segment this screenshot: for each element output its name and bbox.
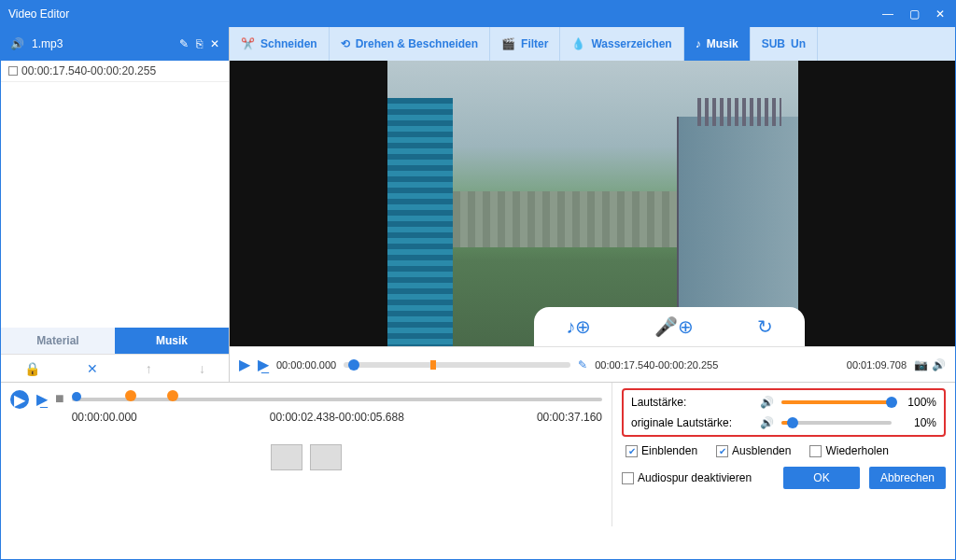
repeat-checkbox[interactable]: Wiederholen — [809, 444, 888, 457]
volume-value: 100% — [899, 396, 936, 409]
timeline-play-icon[interactable]: ▶ — [10, 390, 29, 409]
add-voice-icon[interactable]: 🎤⊕ — [654, 315, 694, 338]
remove-icon[interactable]: ✕ — [210, 37, 219, 50]
volume-slider[interactable] — [781, 400, 892, 404]
cancel-button[interactable]: Abbrechen — [869, 467, 946, 489]
scissors-icon: ✂️ — [241, 37, 255, 50]
camera-icon[interactable]: 📷 — [914, 358, 928, 371]
orig-volume-label: originale Lautstärke: — [631, 416, 752, 429]
sidebar: 🔊 1.mp3 ✎ ⎘ ✕ 00:00:17.540-00:00:20.255 … — [1, 27, 230, 382]
subtitle-icon: SUB — [762, 37, 785, 50]
tab-musik[interactable]: Musik — [115, 328, 229, 354]
delete-icon[interactable]: ✕ — [87, 361, 98, 376]
copy-icon[interactable]: ⎘ — [196, 37, 203, 50]
clip-item[interactable]: 00:00:17.540-00:00:20.255 — [1, 61, 229, 82]
file-name: 1.mp3 — [32, 37, 172, 50]
speaker-icon-3[interactable]: 🔊 — [760, 416, 774, 429]
lock-icon[interactable]: 🔒 — [24, 361, 40, 376]
file-header: 🔊 1.mp3 ✎ ⎘ ✕ — [1, 27, 229, 61]
clip-range: 00:00:17.540-00:00:20.255 — [21, 64, 156, 77]
time-end: 00:01:09.708 — [847, 359, 907, 371]
timeline-t1: 00:00:02.438-00:00:05.688 — [270, 411, 404, 424]
tab-material[interactable]: Material — [1, 328, 115, 354]
volume-icon[interactable]: 🔊 — [932, 358, 946, 371]
fadein-checkbox[interactable]: ✔Einblenden — [626, 444, 697, 457]
fadeout-checkbox[interactable]: ✔Ausblenden — [716, 444, 791, 457]
maximize-icon[interactable]: ▢ — [907, 7, 921, 21]
play-export-icon[interactable]: ▶̲ — [258, 356, 269, 373]
preview-scrubber[interactable] — [344, 362, 570, 368]
preview-trackbar: ▶ ▶̲ 00:00:00.000 ✎ 00:00:17.540-00:00:2… — [230, 346, 955, 382]
video-preview: ♪⊕ 🎤⊕ ↻ — [230, 61, 955, 346]
tool-filter[interactable]: 🎬Filter — [490, 27, 560, 61]
volume-label: Lautstärke: — [631, 396, 752, 409]
timeline-export-icon[interactable]: ▶̲ — [36, 390, 48, 408]
timeline-t2: 00:00:37.160 — [537, 411, 602, 424]
volume-panel: Lautstärke: 🔊 100% originale Lautstärke:… — [622, 388, 946, 437]
pencil-icon: ✎ — [578, 358, 587, 371]
up-icon[interactable]: ↑ — [146, 361, 152, 376]
sidebar-tabs: Material Musik — [1, 328, 229, 354]
timeline-t0: 00:00:00.000 — [72, 411, 137, 424]
speaker-icon-2[interactable]: 🔊 — [760, 396, 774, 409]
refresh-icon[interactable]: ↻ — [757, 315, 773, 338]
orig-volume-value: 10% — [899, 416, 936, 429]
time-selection: 00:00:17.540-00:00:20.255 — [595, 359, 718, 371]
clip-thumb-icon — [8, 66, 18, 76]
slot-1[interactable] — [271, 444, 302, 470]
app-title: Video Editor — [8, 7, 69, 21]
tool-rotate[interactable]: ⟲Drehen & Beschneiden — [330, 27, 490, 61]
close-icon[interactable]: ✕ — [933, 7, 948, 21]
play-icon[interactable]: ▶ — [239, 356, 250, 373]
minimize-icon[interactable]: — — [880, 7, 895, 21]
video-frame — [387, 61, 798, 346]
down-icon[interactable]: ↓ — [199, 361, 205, 376]
speaker-icon: 🔊 — [10, 37, 24, 50]
filter-icon: 🎬 — [501, 37, 515, 50]
timeline-scrubber[interactable]: 00:00:00.000 00:00:02.438-00:00:05.688 0… — [72, 390, 602, 427]
tool-subtitle[interactable]: SUBUn — [751, 27, 818, 61]
tool-watermark[interactable]: 💧Wasserzeichen — [560, 27, 683, 61]
timeline-stop-icon[interactable]: ■ — [55, 390, 64, 407]
music-icon: ♪ — [696, 37, 701, 50]
tool-cut[interactable]: ✂️Schneiden — [230, 27, 330, 61]
add-music-icon[interactable]: ♪⊕ — [566, 315, 591, 338]
orig-volume-slider[interactable] — [781, 421, 892, 425]
mute-checkbox[interactable]: Audiospur deaktivieren — [622, 471, 752, 484]
tool-music[interactable]: ♪Musik — [684, 27, 751, 61]
ok-button[interactable]: OK — [783, 467, 860, 489]
main-toolbar: ✂️Schneiden ⟲Drehen & Beschneiden 🎬Filte… — [230, 27, 955, 61]
slot-2[interactable] — [310, 444, 342, 470]
time-start: 00:00:00.000 — [276, 359, 336, 371]
watermark-icon: 💧 — [571, 37, 585, 50]
edit-icon[interactable]: ✎ — [179, 37, 189, 50]
preview-actions: ♪⊕ 🎤⊕ ↻ — [534, 307, 805, 346]
rotate-icon: ⟲ — [341, 37, 350, 50]
titlebar: Video Editor — ▢ ✕ — [1, 1, 955, 27]
